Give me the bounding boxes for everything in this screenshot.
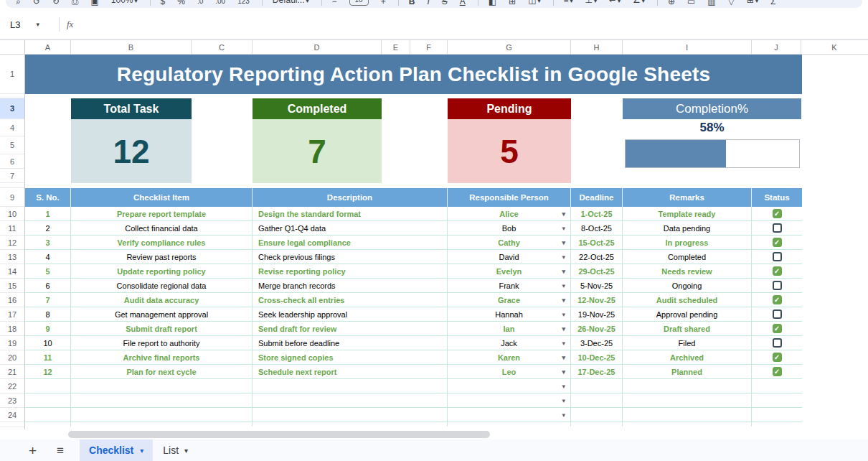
insert-link-icon[interactable]: ⊕: [668, 0, 675, 6]
cell-remarks[interactable]: Filed: [623, 336, 752, 350]
cell-status[interactable]: [752, 394, 802, 408]
status-checkbox[interactable]: [773, 266, 782, 276]
chevron-down-icon[interactable]: ▾: [140, 447, 143, 455]
column-header-c[interactable]: C: [192, 40, 253, 54]
insert-comment-icon[interactable]: ▭: [687, 0, 695, 6]
person-dropdown[interactable]: Jack▾: [448, 336, 571, 350]
cell-remarks[interactable]: Planned: [623, 365, 752, 379]
row-header-11[interactable]: 11: [0, 221, 24, 236]
dropdown-caret-icon[interactable]: ▾: [562, 253, 565, 261]
text-wrap-icon[interactable]: ↩▾: [609, 0, 621, 6]
font-size-input[interactable]: 10: [349, 0, 369, 6]
redo-icon[interactable]: ↻: [52, 0, 60, 6]
dropdown-caret-icon[interactable]: ▾: [562, 340, 565, 347]
person-dropdown[interactable]: Alice▾: [448, 207, 571, 221]
cell-sno[interactable]: 2: [25, 221, 71, 236]
cell-sno[interactable]: 9: [25, 322, 71, 336]
format-currency-button[interactable]: $: [161, 0, 166, 6]
cell-remarks[interactable]: [623, 394, 752, 408]
merge-cells-icon[interactable]: ◫▾: [528, 0, 540, 6]
cell-sno[interactable]: 8: [25, 307, 71, 322]
italic-button[interactable]: I: [427, 0, 429, 6]
cell-item[interactable]: [71, 379, 253, 394]
dropdown-caret-icon[interactable]: ▾: [562, 397, 565, 404]
column-header-h[interactable]: H: [571, 40, 623, 54]
person-dropdown[interactable]: ▾: [448, 394, 571, 408]
pending-card[interactable]: Pending 5: [448, 98, 571, 183]
dropdown-caret-icon[interactable]: ▾: [562, 210, 565, 218]
status-checkbox[interactable]: [773, 252, 782, 261]
person-dropdown[interactable]: Grace▾: [448, 293, 571, 307]
header-person[interactable]: Responsible Person: [448, 188, 571, 207]
cell-deadline[interactable]: 22-Oct-25: [571, 250, 623, 264]
status-checkbox[interactable]: [773, 223, 782, 233]
cell-item[interactable]: Collect financial data: [71, 221, 253, 236]
cell-remarks[interactable]: Data pending: [623, 221, 752, 236]
cell-item[interactable]: Plan for next cycle: [71, 365, 253, 379]
row-header-7[interactable]: 7: [0, 169, 24, 183]
chevron-down-icon[interactable]: ▾: [184, 447, 188, 455]
cell-sno[interactable]: 11: [25, 350, 71, 365]
row-header-17[interactable]: 17: [0, 307, 24, 322]
completion-header[interactable]: Completion%: [623, 98, 801, 119]
text-rotate-icon[interactable]: ∠▾: [633, 0, 645, 6]
text-color-button[interactable]: A: [460, 0, 466, 6]
cell-remarks[interactable]: Draft shared: [623, 322, 752, 336]
font-select[interactable]: Defaul...▾: [273, 0, 309, 6]
column-header-k[interactable]: K: [801, 40, 867, 54]
cell-deadline[interactable]: 19-Nov-25: [571, 307, 623, 322]
header-item[interactable]: Checklist Item: [71, 188, 253, 207]
fill-color-icon[interactable]: ◧: [489, 0, 496, 6]
person-dropdown[interactable]: Karen▾: [448, 350, 571, 365]
row-header-1[interactable]: 1: [0, 55, 24, 94]
increase-decimal-button[interactable]: .00: [215, 0, 225, 6]
status-checkbox[interactable]: [773, 295, 782, 304]
cell-item[interactable]: Update reporting policy: [71, 264, 253, 279]
insert-chart-icon[interactable]: ▥: [707, 0, 715, 6]
status-checkbox[interactable]: [773, 309, 782, 319]
cell-deadline[interactable]: [571, 408, 623, 422]
row-header-21[interactable]: 21: [0, 365, 24, 379]
cell-deadline[interactable]: 15-Oct-25: [571, 236, 623, 250]
dropdown-caret-icon[interactable]: ▾: [562, 383, 565, 390]
person-dropdown[interactable]: David▾: [448, 250, 571, 264]
borders-icon[interactable]: ⊞: [509, 0, 516, 6]
cell-item[interactable]: Archive final reports: [71, 350, 253, 365]
cell-description[interactable]: Cross-check all entries: [253, 293, 448, 307]
cell-remarks[interactable]: Ongoing: [623, 279, 752, 293]
cell-item[interactable]: Prepare report template: [71, 207, 253, 221]
cell-remarks[interactable]: [623, 379, 752, 394]
cell-deadline[interactable]: 8-Oct-25: [571, 221, 623, 236]
status-checkbox[interactable]: [773, 281, 782, 290]
decrease-font-size-button[interactable]: −: [332, 0, 337, 6]
cell-description[interactable]: Check previous filings: [253, 250, 448, 264]
total-task-card[interactable]: Total Task 12: [71, 98, 192, 183]
functions-button[interactable]: Σ: [770, 0, 775, 6]
status-checkbox[interactable]: [773, 324, 782, 333]
cell-deadline[interactable]: 26-Nov-25: [571, 322, 623, 336]
cell-deadline[interactable]: [571, 394, 623, 408]
completed-card[interactable]: Completed 7: [253, 98, 382, 183]
dropdown-caret-icon[interactable]: ▾: [562, 354, 565, 361]
column-header-j[interactable]: J: [752, 40, 801, 54]
dropdown-caret-icon[interactable]: ▾: [562, 297, 565, 304]
column-header-b[interactable]: B: [71, 40, 192, 54]
row-header-25[interactable]: [0, 422, 24, 427]
cell-remarks[interactable]: Approval pending: [623, 307, 752, 322]
select-all-corner[interactable]: [0, 40, 25, 54]
header-deadline[interactable]: Deadline: [571, 188, 623, 207]
cell-remarks[interactable]: Needs review: [623, 264, 752, 279]
cell-item[interactable]: Get management approval: [71, 307, 253, 322]
cell-remarks[interactable]: Archived: [623, 350, 752, 365]
header-status[interactable]: Status: [752, 188, 802, 207]
cell-remarks[interactable]: Template ready: [623, 207, 752, 221]
row-header-8[interactable]: [0, 183, 24, 188]
more-formats-button[interactable]: 123: [237, 0, 250, 6]
row-header-16[interactable]: 16: [0, 293, 24, 307]
person-dropdown[interactable]: Bob▾: [448, 221, 571, 236]
person-dropdown[interactable]: Hannah▾: [448, 307, 571, 322]
row-header-23[interactable]: 23: [0, 394, 24, 408]
header-description[interactable]: Description: [253, 188, 448, 207]
cell-status[interactable]: [752, 408, 802, 422]
dropdown-caret-icon[interactable]: ▾: [562, 411, 565, 419]
